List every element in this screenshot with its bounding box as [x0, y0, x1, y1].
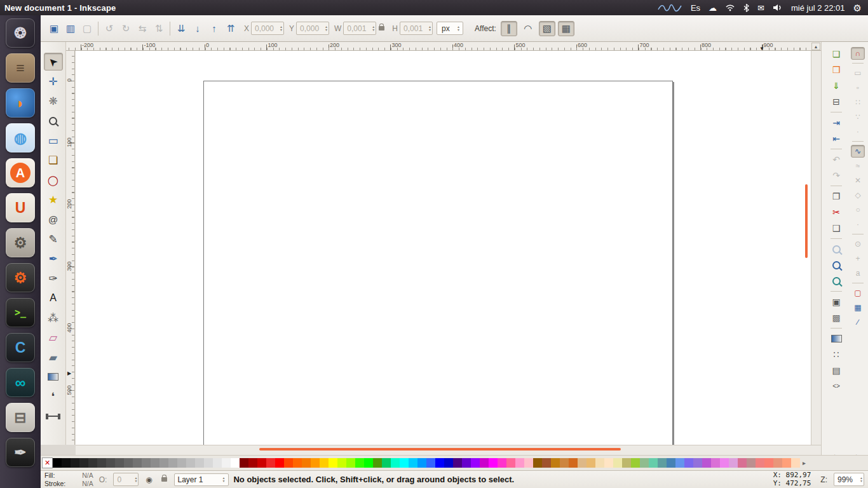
- palette-swatch[interactable]: [649, 458, 658, 468]
- palette-swatch[interactable]: [498, 458, 506, 468]
- tool-gradient[interactable]: [44, 368, 63, 386]
- stepper-down-icon[interactable]: ▾: [280, 29, 282, 32]
- palette-swatch[interactable]: [293, 458, 302, 468]
- fill-stroke-dialog[interactable]: [829, 332, 844, 346]
- new-document[interactable]: ❏: [829, 47, 844, 61]
- palette-swatch[interactable]: [667, 458, 675, 468]
- palette-swatch[interactable]: [435, 458, 444, 468]
- palette-swatch[interactable]: [106, 458, 115, 468]
- palette-swatch[interactable]: [248, 458, 257, 468]
- palette-swatch[interactable]: [373, 458, 382, 468]
- palette-swatch[interactable]: [53, 458, 62, 468]
- raise-one-step[interactable]: ↑: [206, 21, 222, 36]
- palette-swatch[interactable]: [533, 458, 542, 468]
- stepper-down-icon[interactable]: ▾: [325, 29, 327, 32]
- palette-swatch[interactable]: [142, 458, 151, 468]
- palette-swatch[interactable]: [542, 458, 551, 468]
- palette-swatch[interactable]: [71, 458, 79, 468]
- stepper-down-icon[interactable]: ▾: [429, 29, 431, 32]
- palette-swatch[interactable]: [364, 458, 373, 468]
- palette-swatch[interactable]: [266, 458, 275, 468]
- tool-spray[interactable]: ⁂: [44, 309, 63, 327]
- palette-swatch[interactable]: [738, 458, 747, 468]
- sticky-zoom-button[interactable]: ▲: [811, 43, 820, 50]
- palette-swatch[interactable]: [275, 458, 284, 468]
- raise-to-top[interactable]: ⇈: [222, 21, 239, 36]
- cloud-sync-icon[interactable]: ☁: [709, 4, 717, 12]
- launcher-item-printers[interactable]: ⊟: [6, 403, 35, 432]
- save-document[interactable]: ⇓: [829, 79, 844, 93]
- tool-zoom[interactable]: [44, 112, 63, 130]
- tool-selector[interactable]: ➤: [44, 53, 63, 71]
- open-document[interactable]: ❒: [829, 63, 844, 77]
- import-bitmap[interactable]: ⇥: [829, 116, 844, 130]
- palette-swatch[interactable]: [426, 458, 435, 468]
- palette-swatch[interactable]: [569, 458, 578, 468]
- tool-star[interactable]: ★: [44, 191, 63, 208]
- palette-swatch[interactable]: [115, 458, 124, 468]
- layer-lock-icon[interactable]: [161, 477, 167, 482]
- palette-swatch[interactable]: [578, 458, 587, 468]
- launcher-item-system-settings[interactable]: ⚙: [6, 228, 35, 257]
- volume-icon[interactable]: [773, 4, 783, 11]
- palette-swatch[interactable]: [693, 458, 702, 468]
- lower-one-step[interactable]: ↓: [189, 21, 206, 36]
- palette-swatch[interactable]: [675, 458, 684, 468]
- palette-swatch[interactable]: [400, 458, 409, 468]
- palette-swatch[interactable]: [524, 458, 533, 468]
- palette-swatch[interactable]: [222, 458, 231, 468]
- vertical-ruler[interactable]: 0100200300400500▶: [66, 51, 75, 445]
- palette-swatch[interactable]: [595, 458, 604, 468]
- palette-swatch[interactable]: [453, 458, 462, 468]
- palette-swatch[interactable]: [186, 458, 195, 468]
- palette-swatch[interactable]: [773, 458, 782, 468]
- launcher-item-files[interactable]: ≡: [6, 53, 35, 83]
- palette-swatch[interactable]: [764, 458, 773, 468]
- stepper-down-icon[interactable]: ▾: [458, 29, 459, 32]
- print-document[interactable]: ⊟: [829, 95, 844, 109]
- stepper-down-icon[interactable]: ▾: [372, 29, 374, 32]
- palette-swatch[interactable]: [613, 458, 622, 468]
- palette-swatch[interactable]: [97, 458, 106, 468]
- tool-calligraphy[interactable]: ✑: [44, 269, 63, 287]
- tool-connector[interactable]: [44, 407, 63, 425]
- palette-swatch[interactable]: [329, 458, 337, 468]
- snap-nodes[interactable]: ∿: [851, 145, 865, 158]
- palette-swatch[interactable]: [417, 458, 426, 468]
- palette-swatch[interactable]: [747, 458, 756, 468]
- session-gear-icon[interactable]: ⚙: [853, 3, 862, 13]
- copy[interactable]: ❐: [829, 189, 844, 203]
- no-color-swatch[interactable]: ✕: [42, 458, 53, 468]
- palette-swatch[interactable]: [444, 458, 453, 468]
- palette-swatch[interactable]: [622, 458, 631, 468]
- palette-swatch[interactable]: [640, 458, 649, 468]
- tool-dropper[interactable]: ❛: [44, 388, 63, 405]
- palette-swatch[interactable]: [355, 458, 364, 468]
- layers-dialog[interactable]: ▤: [829, 363, 844, 377]
- palette-swatch[interactable]: [159, 458, 168, 468]
- cut[interactable]: ✂: [829, 205, 844, 219]
- palette-swatch[interactable]: [79, 458, 88, 468]
- palette-swatch[interactable]: [320, 458, 329, 468]
- palette-swatch[interactable]: [489, 458, 498, 468]
- palette-swatch[interactable]: [791, 458, 800, 468]
- palette-swatch[interactable]: [284, 458, 293, 468]
- launcher-item-dash-home[interactable]: ❂: [6, 18, 35, 48]
- palette-swatch[interactable]: [506, 458, 515, 468]
- launcher-item-ubuntu-one[interactable]: U: [6, 193, 35, 222]
- palette-scroll-button[interactable]: ▸: [803, 459, 806, 466]
- palette-swatch[interactable]: [168, 458, 177, 468]
- select-all-layers[interactable]: ▥: [62, 21, 79, 36]
- unit-select[interactable]: px▴▾: [437, 22, 463, 35]
- palette-swatch[interactable]: [720, 458, 729, 468]
- clock[interactable]: mié jul 2 22:01: [791, 3, 845, 13]
- palette-swatch[interactable]: [311, 458, 320, 468]
- snap-page-border[interactable]: ▢: [851, 287, 865, 299]
- stepper-down-icon[interactable]: ▾: [135, 480, 137, 483]
- affect-move-patterns[interactable]: ▦: [558, 21, 574, 36]
- palette-swatch[interactable]: [177, 458, 186, 468]
- horizontal-scrollbar-thumb[interactable]: [259, 448, 621, 451]
- layer-visibility-icon[interactable]: ◉: [143, 473, 154, 486]
- zoom-to-page[interactable]: [829, 274, 844, 288]
- palette-swatch[interactable]: [151, 458, 159, 468]
